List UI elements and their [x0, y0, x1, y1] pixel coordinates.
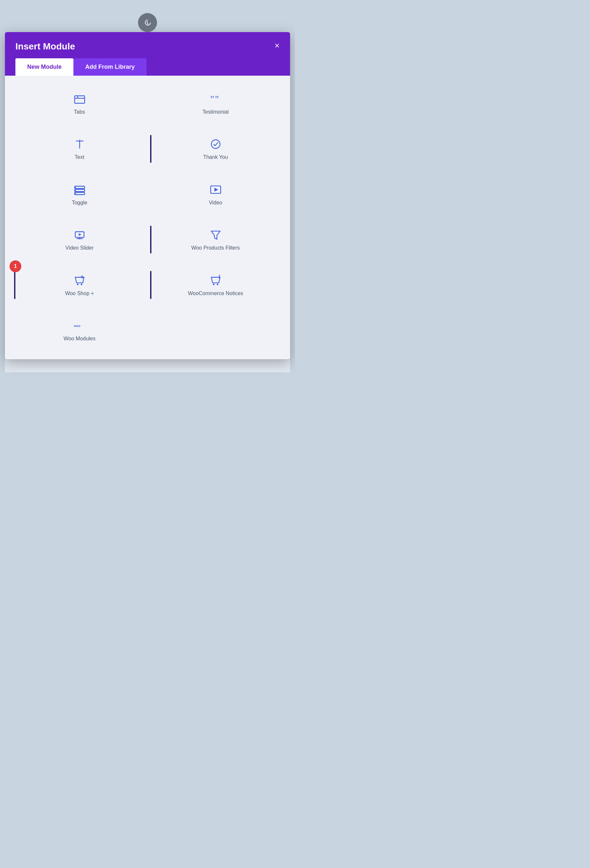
svg-marker-20: [211, 231, 220, 239]
thankyou-icon: [210, 138, 222, 151]
svg-point-26: [217, 283, 218, 285]
history-icon: [143, 19, 151, 27]
svg-point-22: [81, 283, 82, 285]
module-video[interactable]: Video: [150, 174, 281, 214]
woo-notices-icon: [210, 274, 222, 286]
testimonial-label: Testimonial: [202, 108, 228, 116]
bottom-bar: [5, 359, 290, 372]
modal-header: Insert Module × New Module Add From Libr…: [5, 32, 290, 76]
svg-point-21: [77, 283, 78, 285]
svg-point-28: [219, 278, 220, 278]
insert-module-modal: Insert Module × New Module Add From Libr…: [5, 32, 290, 359]
svg-point-25: [213, 283, 214, 285]
close-button[interactable]: ×: [275, 41, 279, 50]
svg-point-19: [79, 238, 80, 239]
modal-body: Tabs " " Testimonial: [5, 76, 290, 359]
svg-point-7: [211, 140, 220, 149]
module-toggle[interactable]: Toggle: [14, 174, 145, 214]
module-tabs[interactable]: Tabs: [14, 84, 145, 124]
text-icon: [73, 138, 86, 151]
woo-shop-plus-label: Woo Shop +: [65, 290, 94, 297]
module-woo-shop-plus[interactable]: 1 Woo Shop +: [14, 265, 145, 305]
modal-title: Insert Module: [15, 41, 279, 52]
modules-grid: Tabs " " Testimonial: [14, 84, 281, 350]
module-woo-modules[interactable]: woo Woo Modules: [14, 310, 145, 350]
toggle-icon: [73, 183, 86, 196]
text-label: Text: [75, 154, 84, 161]
tabs-label: Tabs: [74, 108, 85, 116]
history-button[interactable]: [138, 13, 157, 32]
thank-you-label: Thank You: [203, 154, 228, 161]
video-icon: [210, 183, 222, 196]
tabs-icon: [73, 93, 86, 105]
module-testimonial[interactable]: " " Testimonial: [150, 84, 281, 124]
svg-rect-8: [74, 186, 84, 188]
module-thank-you[interactable]: Thank You: [150, 129, 281, 169]
toggle-label: Toggle: [72, 199, 87, 206]
video-slider-label: Video Slider: [65, 244, 94, 252]
module-woo-products-filters[interactable]: Woo Products Filters: [150, 220, 281, 260]
svg-rect-10: [74, 192, 84, 195]
woo-shop-icon: [73, 274, 86, 286]
svg-rect-9: [74, 189, 84, 192]
woo-products-filters-label: Woo Products Filters: [191, 244, 240, 252]
module-video-slider[interactable]: Video Slider: [14, 220, 145, 260]
filter-icon: [210, 229, 222, 241]
woo-modules-label: Woo Modules: [64, 335, 96, 342]
svg-rect-0: [74, 96, 84, 103]
testimonial-icon: " ": [210, 93, 222, 105]
video-slider-icon: [73, 229, 86, 241]
tabs-row: New Module Add From Library: [15, 58, 279, 76]
svg-text:": ": [210, 94, 214, 104]
svg-marker-15: [214, 188, 218, 191]
svg-text:": ": [215, 94, 219, 104]
tab-add-from-library[interactable]: Add From Library: [73, 58, 146, 76]
woo-modules-icon: woo: [73, 319, 86, 332]
woocommerce-notices-label: WooCommerce Notices: [188, 290, 243, 297]
svg-text:woo: woo: [73, 324, 80, 328]
module-text[interactable]: Text: [14, 129, 145, 169]
svg-marker-17: [79, 233, 81, 236]
badge-1: 1: [9, 260, 21, 272]
video-label: Video: [209, 199, 222, 206]
module-woocommerce-notices[interactable]: WooCommerce Notices: [150, 265, 281, 305]
tab-new-module[interactable]: New Module: [15, 58, 73, 76]
